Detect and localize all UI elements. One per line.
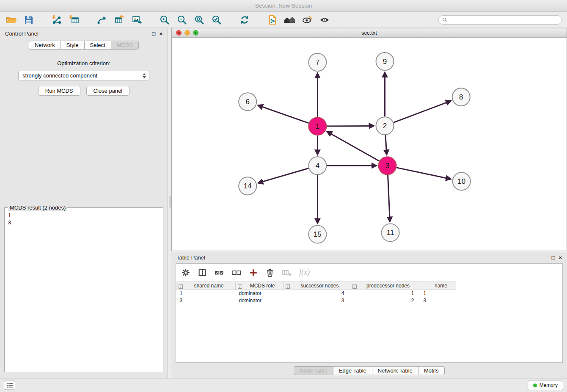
graph-node-label: 2 [383,122,387,130]
export-image-button[interactable] [130,14,143,26]
graph-edge[interactable] [327,132,379,161]
zoom-selected-button[interactable] [210,14,223,26]
memory-label: Memory [539,382,558,388]
graph-node-label: 6 [245,98,249,106]
close-panel-icon[interactable]: × [559,255,562,260]
show-columns-button[interactable] [198,268,207,277]
graph-node-label: 1 [316,122,319,130]
graph-edge[interactable] [385,135,387,155]
column-header-name[interactable]: name [420,282,456,290]
eye-slash-button[interactable] [301,14,314,26]
column-header-shared-name[interactable]: shared name [176,282,236,290]
cell-name[interactable]: 1 [420,290,456,297]
minimize-window-icon[interactable]: − [184,30,190,36]
close-window-icon[interactable]: × [176,30,182,36]
zoom-fit-button[interactable] [193,14,206,26]
tab-network[interactable]: Network [29,41,61,50]
search-icon [442,17,447,22]
status-bar: Memory [0,378,567,392]
run-mcds-button[interactable]: Run MCDS [38,86,80,96]
column-menu-icon[interactable] [238,284,242,290]
maximize-window-icon[interactable]: + [193,30,198,36]
network-canvas[interactable]: 7968124314101511 [172,38,567,251]
refresh-icon [239,15,250,25]
cell-mcds-role[interactable]: dominator [236,290,284,297]
column-header-mcds-role[interactable]: MCDS role [236,282,284,290]
close-panel-button[interactable]: Close panel [86,86,130,96]
delete-table-button[interactable] [265,268,275,277]
zoom-in-button[interactable] [158,14,171,26]
vertical-splitter[interactable] [168,28,171,378]
import-network-button[interactable] [50,14,63,26]
graph-edge[interactable] [394,101,451,122]
cell-successor-nodes[interactable]: 4 [284,290,350,297]
column-menu-icon[interactable] [286,284,290,290]
cell-mcds-role[interactable]: dominator [236,297,284,304]
save-session-button[interactable] [22,14,35,26]
export-network-button[interactable] [96,14,108,26]
cell-name[interactable]: 3 [420,297,456,304]
column-menu-icon[interactable] [179,284,183,290]
node-table: shared name MCDS role successor nodes [176,282,456,304]
import-table-button[interactable] [68,14,80,26]
tab-node-table[interactable]: Node Table [294,366,333,375]
cell-shared-name[interactable]: 1 [176,290,236,297]
control-panel-header: Control Panel □ × [0,28,168,39]
splitter-grip[interactable] [169,196,171,207]
gear-icon [181,268,190,277]
column-header-predecessor-nodes[interactable]: predecessor nodes [350,282,420,290]
cell-predecessor-nodes[interactable]: 1 [350,290,420,297]
table-settings-button[interactable] [181,268,190,277]
application-window: Session: New Session [0,0,567,392]
graph-edge[interactable] [388,175,390,221]
column-menu-icon[interactable] [352,284,357,290]
memory-button[interactable]: Memory [528,381,563,390]
cell-successor-nodes[interactable]: 3 [284,297,350,304]
column-header-successor-nodes[interactable]: successor nodes [284,282,350,290]
tab-style[interactable]: Style [61,41,85,50]
float-panel-icon[interactable]: □ [152,31,156,36]
float-panel-icon[interactable]: □ [552,255,555,260]
graph-node-label: 10 [457,177,465,185]
table-row[interactable]: 3 dominator 3 2 3 [176,297,456,304]
cell-shared-name[interactable]: 3 [176,297,236,304]
document-share-button[interactable] [266,14,279,26]
close-panel-icon[interactable]: × [159,31,162,36]
cell-predecessor-nodes[interactable]: 2 [350,297,420,304]
document-share-icon [267,15,278,25]
zoom-selected-icon [212,15,222,25]
table-panel-body: f(x) shared name [176,263,563,363]
table-row[interactable]: 1 dominator 4 1 1 [176,290,456,297]
import-network-icon [52,15,62,25]
search-field[interactable] [438,15,562,25]
task-history-button[interactable] [4,381,15,390]
graph-edge[interactable] [396,168,451,179]
traffic-lights: × − + [176,30,198,36]
deselect-all-rows-button[interactable] [231,268,242,277]
refresh-layout-button[interactable] [238,14,251,26]
graph-edge[interactable] [258,105,309,123]
mcds-result-list[interactable]: 1 3 [5,208,163,230]
add-column-button[interactable] [249,268,258,277]
export-table-button[interactable] [113,14,126,26]
graph-edge[interactable] [327,126,374,126]
memory-status-icon [533,384,537,387]
search-input[interactable] [449,17,558,23]
network-view-window: × − + scc.txt 7968124314101511 [171,28,567,251]
tab-mcds[interactable]: MCDS [111,41,139,50]
tab-select[interactable]: Select [84,41,111,50]
tab-motifs[interactable]: Motifs [418,366,445,375]
select-all-rows-button[interactable] [214,268,224,277]
zoom-out-button[interactable] [176,14,188,26]
open-session-button[interactable] [5,14,18,26]
home-button[interactable] [284,14,296,26]
graph-node-label: 8 [459,93,463,101]
graph-node-label: 4 [316,162,319,170]
tab-edge-table[interactable]: Edge Table [333,366,372,375]
eye-button[interactable] [318,14,331,26]
optimization-criterion-select[interactable]: strongly connected component [18,71,149,80]
graph-node-label: 11 [387,229,394,237]
window-title: Session: New Session [255,3,312,9]
graph-edge[interactable] [258,168,308,183]
tab-network-table[interactable]: Network Table [372,366,418,375]
